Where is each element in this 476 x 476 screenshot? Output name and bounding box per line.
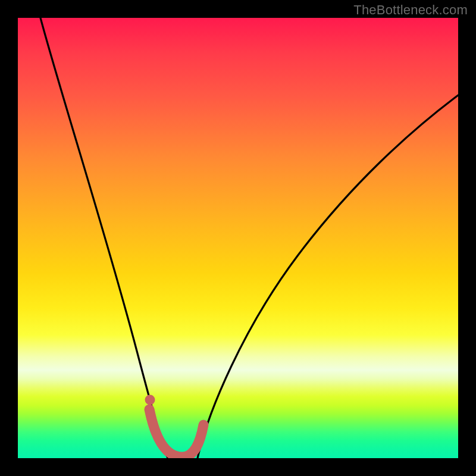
curve-layer [18,18,458,458]
valley-highlight-path [149,409,203,457]
marker-left-dot [145,395,155,405]
watermark-text: TheBottleneck.com [353,2,468,18]
chart-frame: TheBottleneck.com [0,0,476,476]
curve-right [198,95,458,458]
plot-area [18,18,458,458]
curve-left [40,18,168,458]
